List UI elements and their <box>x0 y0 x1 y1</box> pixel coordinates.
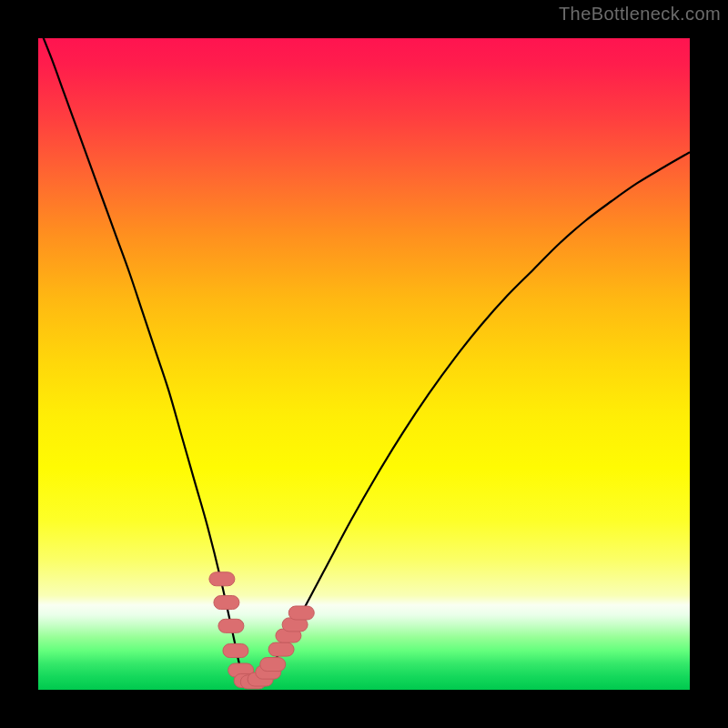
valley-marker <box>288 606 314 620</box>
valley-marker <box>218 619 244 632</box>
valley-marker <box>268 642 294 656</box>
chart-frame: TheBottleneck.com <box>0 0 728 728</box>
bottleneck-curve <box>38 38 690 682</box>
curve-layer <box>38 38 690 690</box>
valley-marker <box>209 572 235 586</box>
plot-area <box>38 38 690 690</box>
valley-marker <box>214 596 239 610</box>
valley-marker <box>223 644 248 658</box>
valley-markers <box>209 572 314 689</box>
watermark-text: TheBottleneck.com <box>559 4 721 25</box>
valley-marker <box>260 658 286 672</box>
